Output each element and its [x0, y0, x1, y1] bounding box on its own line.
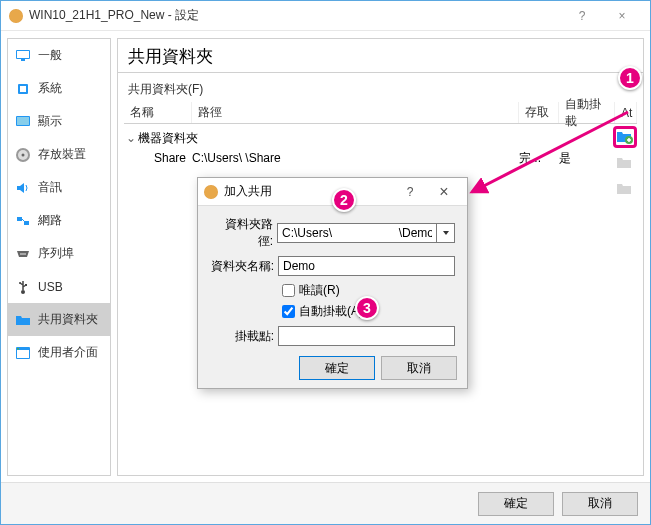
- col-path[interactable]: 路徑: [192, 102, 519, 123]
- cancel-button[interactable]: 取消: [562, 492, 638, 516]
- col-name[interactable]: 名稱: [124, 102, 192, 123]
- add-share-button[interactable]: [613, 126, 637, 148]
- sidebar-item-display[interactable]: 顯示: [8, 105, 110, 138]
- dialog-close-button[interactable]: ×: [427, 180, 461, 204]
- mountpoint-label: 掛載點:: [210, 328, 278, 345]
- cell-path: C:\Users\ \Share: [192, 151, 519, 165]
- table-body: ⌄ 機器資料夾 Share C:\Users\ \Share 完... 是: [124, 124, 637, 172]
- dialog-titlebar: 加入共用 ? ×: [198, 178, 467, 206]
- dialog-title: 加入共用: [224, 183, 393, 200]
- network-icon: [14, 212, 32, 230]
- window-title: WIN10_21H1_PRO_New - 設定: [29, 7, 562, 24]
- automount-label: 自動掛載(A): [299, 303, 363, 320]
- caret-down-icon: ⌄: [126, 131, 136, 145]
- sidebar-item-label: 序列埠: [38, 245, 74, 262]
- folder-path-dropdown[interactable]: [437, 223, 455, 243]
- sidebar-item-usb[interactable]: USB: [8, 270, 110, 303]
- edit-share-button[interactable]: [613, 152, 637, 174]
- tree-root-label: 機器資料夾: [136, 130, 198, 147]
- sidebar-item-label: 一般: [38, 47, 62, 64]
- svg-point-15: [21, 290, 25, 294]
- mountpoint-input[interactable]: [278, 326, 455, 346]
- col-automount[interactable]: 自動掛載: [559, 102, 615, 123]
- dialog-footer: 確定 取消: [299, 356, 457, 380]
- ui-icon: [14, 344, 32, 362]
- sidebar-item-network[interactable]: 網路: [8, 204, 110, 237]
- svg-point-9: [22, 153, 25, 156]
- col-access[interactable]: 存取: [519, 102, 559, 123]
- dialog-ok-button[interactable]: 確定: [299, 356, 375, 380]
- cell-access: 完...: [519, 150, 559, 167]
- sidebar-item-user-interface[interactable]: 使用者介面: [8, 336, 110, 369]
- sidebar-item-label: 音訊: [38, 179, 62, 196]
- readonly-checkbox[interactable]: [282, 284, 295, 297]
- svg-point-16: [19, 282, 21, 284]
- panel-header: 共用資料夾: [118, 39, 643, 73]
- app-icon: [204, 185, 218, 199]
- speaker-icon: [14, 179, 32, 197]
- sidebar-item-label: 系統: [38, 80, 62, 97]
- chip-icon: [14, 80, 32, 98]
- svg-rect-19: [17, 350, 29, 358]
- svg-rect-2: [21, 59, 25, 61]
- help-button[interactable]: ?: [562, 2, 602, 30]
- svg-point-13: [22, 253, 24, 255]
- svg-rect-17: [25, 284, 27, 286]
- svg-point-14: [24, 253, 26, 255]
- svg-point-12: [20, 253, 22, 255]
- sidebar-item-serial[interactable]: 序列埠: [8, 237, 110, 270]
- close-button[interactable]: ×: [602, 2, 642, 30]
- dialog-cancel-button[interactable]: 取消: [381, 356, 457, 380]
- add-share-dialog: 加入共用 ? × 資料夾路徑: 資料夾名稱: 唯讀(R) 自動掛載(A) 掛: [197, 177, 468, 389]
- svg-rect-4: [20, 86, 26, 92]
- folder-name-input[interactable]: [278, 256, 455, 276]
- remove-share-button[interactable]: [613, 178, 637, 200]
- folder-path-input[interactable]: [277, 223, 437, 243]
- sidebar-item-label: 顯示: [38, 113, 62, 130]
- sidebar-item-label: 網路: [38, 212, 62, 229]
- col-at[interactable]: At: [615, 102, 637, 123]
- svg-rect-6: [17, 117, 29, 125]
- folder-name-label: 資料夾名稱:: [210, 258, 278, 275]
- folder-icon: [14, 311, 32, 329]
- tree-root-row[interactable]: ⌄ 機器資料夾: [124, 128, 637, 148]
- dialog-help-button[interactable]: ?: [393, 180, 427, 204]
- window-footer: 確定 取消: [1, 482, 650, 524]
- sidebar-item-label: 共用資料夾: [38, 311, 98, 328]
- readonly-label: 唯讀(R): [299, 282, 340, 299]
- svg-rect-1: [17, 51, 29, 58]
- side-buttons: [613, 126, 641, 200]
- hdd-icon: [14, 146, 32, 164]
- usb-icon: [14, 278, 32, 296]
- sidebar-item-general[interactable]: 一般: [8, 39, 110, 72]
- svg-rect-20: [17, 348, 19, 350]
- cell-automount: 是: [559, 150, 615, 167]
- svg-rect-10: [17, 217, 22, 221]
- sidebar-item-system[interactable]: 系統: [8, 72, 110, 105]
- folder-path-label: 資料夾路徑:: [210, 216, 277, 250]
- sidebar-item-shared-folders[interactable]: 共用資料夾: [8, 303, 110, 336]
- sidebar: 一般 系統 顯示 存放裝置 音訊 網路: [7, 38, 111, 476]
- sidebar-item-label: 使用者介面: [38, 344, 98, 361]
- app-icon: [9, 9, 23, 23]
- monitor-icon: [14, 47, 32, 65]
- sidebar-item-audio[interactable]: 音訊: [8, 171, 110, 204]
- table-header: 名稱 路徑 存取 自動掛載 At: [124, 102, 637, 124]
- window-titlebar: WIN10_21H1_PRO_New - 設定 ? ×: [1, 1, 650, 31]
- sidebar-item-storage[interactable]: 存放裝置: [8, 138, 110, 171]
- dialog-body: 資料夾路徑: 資料夾名稱: 唯讀(R) 自動掛載(A) 掛載點:: [198, 206, 467, 362]
- sidebar-item-label: USB: [38, 280, 63, 294]
- table-row[interactable]: Share C:\Users\ \Share 完... 是: [124, 148, 637, 168]
- display-icon: [14, 113, 32, 131]
- ok-button[interactable]: 確定: [478, 492, 554, 516]
- serial-icon: [14, 245, 32, 263]
- cell-name: Share: [124, 151, 192, 165]
- automount-checkbox[interactable]: [282, 305, 295, 318]
- sidebar-item-label: 存放裝置: [38, 146, 86, 163]
